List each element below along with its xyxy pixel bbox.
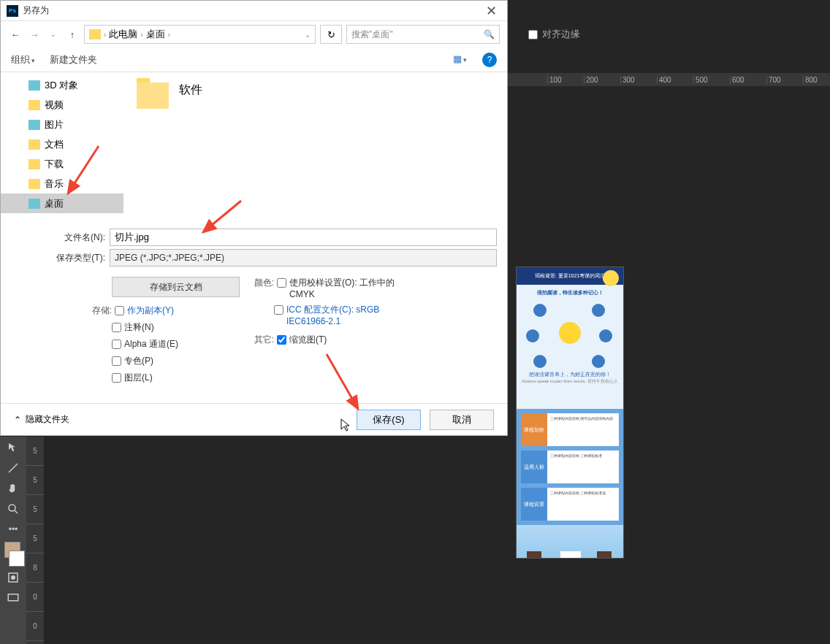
icc-checkbox[interactable] <box>274 305 283 315</box>
back-button[interactable]: ← <box>8 27 23 42</box>
sidebar-item-documents[interactable]: 文档 <box>1 134 123 154</box>
hand-tool-icon[interactable] <box>3 479 23 498</box>
navigation-row: ← → ⌄ ↑ › 此电脑 › 桌面 › ⌄ ↻ 搜索"桌面" 🔍 <box>1 21 507 47</box>
layers-checkbox[interactable] <box>112 373 121 383</box>
move-tool-icon[interactable] <box>3 438 23 457</box>
dialog-titlebar: Ps 另存为 ✕ <box>1 1 507 21</box>
close-button[interactable]: ✕ <box>481 3 501 19</box>
screen-mode-icon[interactable] <box>3 589 23 607</box>
folder-icon <box>137 83 169 109</box>
folder-content[interactable]: 软件 <box>123 72 507 224</box>
sidebar-item-music[interactable]: 音乐 <box>1 174 123 193</box>
bulb-icon <box>603 270 619 286</box>
recent-dropdown[interactable]: ⌄ <box>46 27 61 42</box>
cancel-button[interactable]: 取消 <box>430 410 494 430</box>
sidebar-item-desktop[interactable]: 桌面 <box>1 193 123 213</box>
diagram-bulb-icon <box>559 322 581 344</box>
line-tool-icon[interactable] <box>3 459 23 478</box>
document-preview: 词根背景: 重要1021考课的词汇 很拍频读，特生读多种记心！ 把读法背音单上，… <box>516 267 624 559</box>
save-to-cloud-button[interactable]: 存储到云文档 <box>112 277 240 297</box>
proof-checkbox[interactable] <box>277 278 286 288</box>
hide-folders-link[interactable]: 隐藏文件夹 <box>26 413 69 426</box>
filename-input[interactable] <box>110 229 497 246</box>
refresh-button[interactable]: ↻ <box>320 25 342 44</box>
alpha-checkbox[interactable] <box>112 340 121 349</box>
chevron-right-icon: › <box>140 31 142 39</box>
thumbnail-checkbox[interactable] <box>277 335 286 345</box>
form-area: 文件名(N): 保存类型(T): JPEG (*.JPG;*.JPEG;*.JP… <box>1 224 507 403</box>
chevron-down-icon[interactable]: ⌄ <box>305 31 311 39</box>
dialog-body: 3D 对象 视频 图片 文档 下载 音乐 桌面 软件 <box>1 72 507 224</box>
breadcrumb-pc[interactable]: 此电脑 <box>109 28 137 41</box>
ps-tools-panel: ••• <box>0 437 26 644</box>
save-button[interactable]: 保存(S) <box>357 410 421 430</box>
spot-checkbox[interactable] <box>112 356 121 366</box>
toolbar-row: 组织▾ 新建文件夹 ▦▾ ? <box>1 47 507 72</box>
ps-app-icon: Ps <box>7 5 18 17</box>
new-folder-button[interactable]: 新建文件夹 <box>50 53 97 66</box>
more-tools-icon[interactable]: ••• <box>3 520 23 539</box>
horizontal-ruler: 100 200 300 400 500 600 700 800 <box>508 73 830 86</box>
vertical-ruler: 5 5 5 5 8 0 0 <box>26 437 44 644</box>
view-mode-button[interactable]: ▦▾ <box>453 53 468 66</box>
svg-point-0 <box>9 505 15 511</box>
organize-menu[interactable]: 组织▾ <box>11 53 35 66</box>
address-breadcrumb[interactable]: › 此电脑 › 桌面 › ⌄ <box>84 25 316 44</box>
folder-sidebar: 3D 对象 视频 图片 文档 下载 音乐 桌面 <box>1 72 123 224</box>
svg-rect-3 <box>8 594 18 601</box>
quick-mask-icon[interactable] <box>3 568 23 587</box>
folder-item-software[interactable] <box>134 83 172 214</box>
dialog-title-text: 另存为 <box>23 4 49 17</box>
svg-point-2 <box>11 575 15 580</box>
forward-button[interactable]: → <box>27 27 42 42</box>
sidebar-item-3d[interactable]: 3D 对象 <box>1 75 123 95</box>
up-button[interactable]: ↑ <box>65 27 80 42</box>
filetype-label: 保存类型(T): <box>11 252 110 264</box>
collapse-icon[interactable]: ⌃ <box>14 415 21 425</box>
zoom-tool-icon[interactable] <box>3 499 23 518</box>
ps-option-bar: 对齐边缘 <box>508 23 830 45</box>
help-button[interactable]: ? <box>482 53 497 67</box>
save-as-dialog: Ps 另存为 ✕ ← → ⌄ ↑ › 此电脑 › 桌面 › ⌄ ↻ 搜索"桌面"… <box>0 0 508 436</box>
sidebar-item-videos[interactable]: 视频 <box>1 95 123 115</box>
search-input[interactable]: 搜索"桌面" 🔍 <box>346 25 500 44</box>
background-color[interactable] <box>9 551 25 567</box>
sidebar-item-pictures[interactable]: 图片 <box>1 115 123 134</box>
align-edges-checkbox[interactable] <box>528 30 538 39</box>
chevron-right-icon: › <box>168 31 170 39</box>
as-copy-checkbox[interactable] <box>115 306 124 315</box>
sidebar-item-downloads[interactable]: 下载 <box>1 154 123 174</box>
dialog-footer: ⌃ 隐藏文件夹 保存(S) 取消 <box>1 403 507 435</box>
search-icon: 🔍 <box>484 29 495 39</box>
breadcrumb-desktop[interactable]: 桌面 <box>146 28 165 41</box>
align-edges-label: 对齐边缘 <box>542 28 580 41</box>
filetype-select[interactable]: JPEG (*.JPG;*.JPEG;*.JPE) <box>110 249 497 267</box>
filename-label: 文件名(N): <box>11 231 110 244</box>
folder-icon <box>89 29 101 39</box>
annotations-checkbox[interactable] <box>112 323 121 332</box>
chevron-right-icon: › <box>104 31 106 39</box>
